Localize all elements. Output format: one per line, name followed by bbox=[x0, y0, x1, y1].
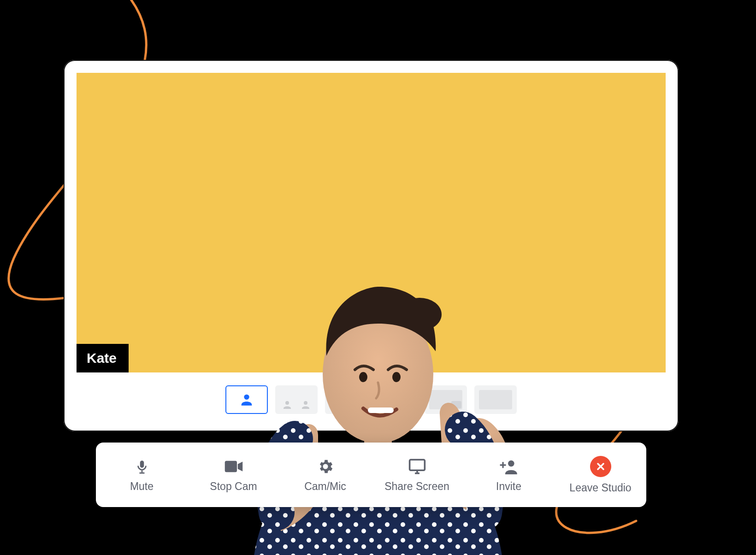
layout-screen-pip[interactable] bbox=[425, 385, 467, 414]
stop-cam-button[interactable]: Stop Cam bbox=[188, 443, 279, 507]
svg-rect-17 bbox=[139, 472, 144, 473]
layout-three-up[interactable] bbox=[325, 385, 367, 414]
layout-two-up[interactable] bbox=[275, 385, 318, 414]
layout-picker bbox=[77, 372, 666, 419]
monitor-icon bbox=[407, 457, 427, 476]
mute-label: Mute bbox=[130, 480, 154, 493]
leave-studio-label: Leave Studio bbox=[569, 482, 631, 494]
video-camera-icon bbox=[224, 457, 244, 476]
share-screen-label: Share Screen bbox=[384, 480, 449, 493]
participant-name: Kate bbox=[87, 350, 117, 366]
gear-icon bbox=[315, 457, 336, 476]
close-icon bbox=[590, 456, 611, 477]
svg-rect-19 bbox=[409, 460, 425, 470]
layout-single[interactable] bbox=[225, 385, 268, 414]
control-toolbar: Mute Stop Cam Cam/Mic Share Screen Invit… bbox=[96, 443, 646, 507]
cam-mic-label: Cam/Mic bbox=[304, 480, 346, 493]
svg-point-5 bbox=[345, 403, 348, 407]
invite-button[interactable]: Invite bbox=[463, 443, 555, 507]
microphone-icon bbox=[132, 457, 152, 476]
mute-button[interactable]: Mute bbox=[96, 443, 188, 507]
studio-window: Kate bbox=[64, 60, 679, 431]
person-add-icon bbox=[499, 457, 519, 476]
cam-mic-button[interactable]: Cam/Mic bbox=[279, 443, 371, 507]
participant-video: Kate bbox=[77, 73, 666, 372]
participant-name-tag: Kate bbox=[77, 344, 129, 372]
svg-point-0 bbox=[244, 395, 249, 400]
invite-label: Invite bbox=[496, 480, 521, 493]
svg-rect-18 bbox=[224, 461, 236, 472]
svg-point-22 bbox=[508, 460, 514, 466]
layout-blank[interactable] bbox=[474, 385, 517, 414]
share-screen-button[interactable]: Share Screen bbox=[371, 443, 463, 507]
svg-point-2 bbox=[304, 401, 307, 405]
svg-point-4 bbox=[357, 396, 360, 399]
svg-point-6 bbox=[407, 399, 410, 402]
leave-studio-button[interactable]: Leave Studio bbox=[555, 443, 646, 507]
stop-cam-label: Stop Cam bbox=[210, 480, 257, 493]
svg-point-3 bbox=[333, 396, 336, 399]
layout-screen-right[interactable] bbox=[375, 385, 417, 414]
svg-point-1 bbox=[285, 401, 289, 405]
svg-rect-16 bbox=[141, 470, 142, 472]
